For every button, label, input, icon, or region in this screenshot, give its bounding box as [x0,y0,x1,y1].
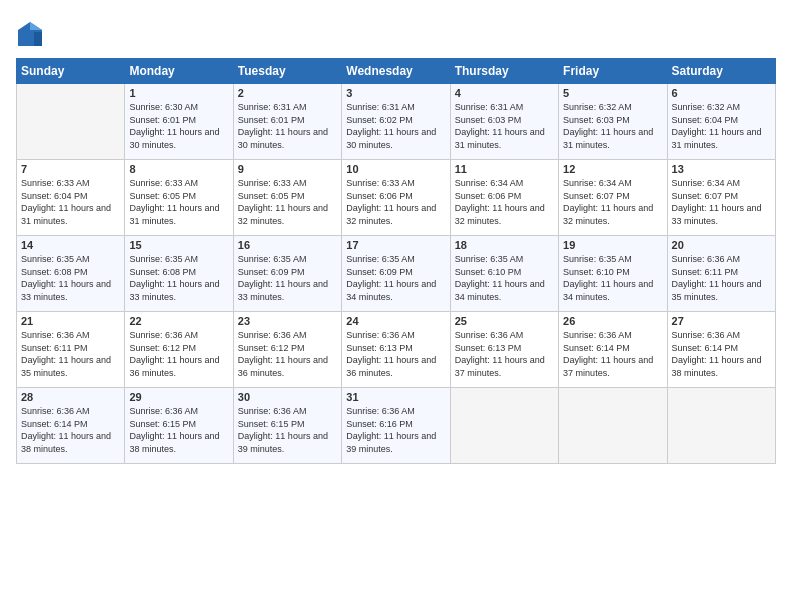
day-number: 21 [21,315,120,327]
day-number: 15 [129,239,228,251]
day-info: Sunrise: 6:35 AMSunset: 6:10 PMDaylight:… [563,254,653,302]
day-info: Sunrise: 6:32 AMSunset: 6:03 PMDaylight:… [563,102,653,150]
day-info: Sunrise: 6:36 AMSunset: 6:15 PMDaylight:… [238,406,328,454]
day-number: 30 [238,391,337,403]
day-cell [17,84,125,160]
day-info: Sunrise: 6:31 AMSunset: 6:02 PMDaylight:… [346,102,436,150]
header [16,16,776,48]
day-cell [667,388,775,464]
day-info: Sunrise: 6:36 AMSunset: 6:13 PMDaylight:… [455,330,545,378]
day-cell: 8 Sunrise: 6:33 AMSunset: 6:05 PMDayligh… [125,160,233,236]
day-info: Sunrise: 6:36 AMSunset: 6:16 PMDaylight:… [346,406,436,454]
day-info: Sunrise: 6:36 AMSunset: 6:15 PMDaylight:… [129,406,219,454]
day-info: Sunrise: 6:34 AMSunset: 6:06 PMDaylight:… [455,178,545,226]
day-number: 8 [129,163,228,175]
day-cell: 29 Sunrise: 6:36 AMSunset: 6:15 PMDaylig… [125,388,233,464]
day-cell: 12 Sunrise: 6:34 AMSunset: 6:07 PMDaylig… [559,160,667,236]
day-info: Sunrise: 6:35 AMSunset: 6:08 PMDaylight:… [21,254,111,302]
day-cell: 20 Sunrise: 6:36 AMSunset: 6:11 PMDaylig… [667,236,775,312]
day-cell [559,388,667,464]
day-cell: 19 Sunrise: 6:35 AMSunset: 6:10 PMDaylig… [559,236,667,312]
day-cell: 13 Sunrise: 6:34 AMSunset: 6:07 PMDaylig… [667,160,775,236]
day-number: 27 [672,315,771,327]
day-info: Sunrise: 6:36 AMSunset: 6:14 PMDaylight:… [672,330,762,378]
col-header-monday: Monday [125,59,233,84]
logo [16,20,46,48]
day-cell: 9 Sunrise: 6:33 AMSunset: 6:05 PMDayligh… [233,160,341,236]
day-cell: 16 Sunrise: 6:35 AMSunset: 6:09 PMDaylig… [233,236,341,312]
day-info: Sunrise: 6:36 AMSunset: 6:11 PMDaylight:… [672,254,762,302]
week-row-3: 14 Sunrise: 6:35 AMSunset: 6:08 PMDaylig… [17,236,776,312]
day-cell: 26 Sunrise: 6:36 AMSunset: 6:14 PMDaylig… [559,312,667,388]
day-number: 18 [455,239,554,251]
day-number: 7 [21,163,120,175]
day-info: Sunrise: 6:36 AMSunset: 6:14 PMDaylight:… [563,330,653,378]
day-cell: 17 Sunrise: 6:35 AMSunset: 6:09 PMDaylig… [342,236,450,312]
day-info: Sunrise: 6:35 AMSunset: 6:08 PMDaylight:… [129,254,219,302]
day-number: 12 [563,163,662,175]
day-info: Sunrise: 6:31 AMSunset: 6:03 PMDaylight:… [455,102,545,150]
day-cell: 18 Sunrise: 6:35 AMSunset: 6:10 PMDaylig… [450,236,558,312]
day-cell: 1 Sunrise: 6:30 AMSunset: 6:01 PMDayligh… [125,84,233,160]
col-header-friday: Friday [559,59,667,84]
calendar-page: SundayMondayTuesdayWednesdayThursdayFrid… [0,0,792,612]
col-header-saturday: Saturday [667,59,775,84]
day-number: 17 [346,239,445,251]
day-info: Sunrise: 6:32 AMSunset: 6:04 PMDaylight:… [672,102,762,150]
day-info: Sunrise: 6:33 AMSunset: 6:05 PMDaylight:… [129,178,219,226]
day-number: 11 [455,163,554,175]
day-cell: 25 Sunrise: 6:36 AMSunset: 6:13 PMDaylig… [450,312,558,388]
day-number: 29 [129,391,228,403]
day-info: Sunrise: 6:33 AMSunset: 6:05 PMDaylight:… [238,178,328,226]
day-cell: 31 Sunrise: 6:36 AMSunset: 6:16 PMDaylig… [342,388,450,464]
day-info: Sunrise: 6:36 AMSunset: 6:12 PMDaylight:… [238,330,328,378]
day-number: 25 [455,315,554,327]
day-number: 26 [563,315,662,327]
col-header-tuesday: Tuesday [233,59,341,84]
calendar-table: SundayMondayTuesdayWednesdayThursdayFrid… [16,58,776,464]
day-info: Sunrise: 6:33 AMSunset: 6:06 PMDaylight:… [346,178,436,226]
day-info: Sunrise: 6:36 AMSunset: 6:14 PMDaylight:… [21,406,111,454]
day-number: 6 [672,87,771,99]
day-info: Sunrise: 6:31 AMSunset: 6:01 PMDaylight:… [238,102,328,150]
day-cell: 5 Sunrise: 6:32 AMSunset: 6:03 PMDayligh… [559,84,667,160]
day-cell: 3 Sunrise: 6:31 AMSunset: 6:02 PMDayligh… [342,84,450,160]
svg-marker-1 [30,22,42,30]
col-header-sunday: Sunday [17,59,125,84]
day-number: 20 [672,239,771,251]
day-cell: 4 Sunrise: 6:31 AMSunset: 6:03 PMDayligh… [450,84,558,160]
day-info: Sunrise: 6:36 AMSunset: 6:12 PMDaylight:… [129,330,219,378]
day-cell: 21 Sunrise: 6:36 AMSunset: 6:11 PMDaylig… [17,312,125,388]
day-number: 4 [455,87,554,99]
logo-icon [16,20,44,48]
day-cell: 15 Sunrise: 6:35 AMSunset: 6:08 PMDaylig… [125,236,233,312]
day-number: 28 [21,391,120,403]
day-number: 5 [563,87,662,99]
day-number: 3 [346,87,445,99]
day-info: Sunrise: 6:35 AMSunset: 6:10 PMDaylight:… [455,254,545,302]
day-cell: 6 Sunrise: 6:32 AMSunset: 6:04 PMDayligh… [667,84,775,160]
day-number: 14 [21,239,120,251]
day-info: Sunrise: 6:33 AMSunset: 6:04 PMDaylight:… [21,178,111,226]
day-cell: 24 Sunrise: 6:36 AMSunset: 6:13 PMDaylig… [342,312,450,388]
day-cell: 23 Sunrise: 6:36 AMSunset: 6:12 PMDaylig… [233,312,341,388]
day-number: 23 [238,315,337,327]
day-info: Sunrise: 6:36 AMSunset: 6:11 PMDaylight:… [21,330,111,378]
day-info: Sunrise: 6:30 AMSunset: 6:01 PMDaylight:… [129,102,219,150]
day-number: 24 [346,315,445,327]
day-number: 1 [129,87,228,99]
day-number: 31 [346,391,445,403]
day-cell: 22 Sunrise: 6:36 AMSunset: 6:12 PMDaylig… [125,312,233,388]
week-row-4: 21 Sunrise: 6:36 AMSunset: 6:11 PMDaylig… [17,312,776,388]
header-row: SundayMondayTuesdayWednesdayThursdayFrid… [17,59,776,84]
day-cell: 30 Sunrise: 6:36 AMSunset: 6:15 PMDaylig… [233,388,341,464]
day-number: 2 [238,87,337,99]
day-number: 9 [238,163,337,175]
day-number: 13 [672,163,771,175]
day-cell: 2 Sunrise: 6:31 AMSunset: 6:01 PMDayligh… [233,84,341,160]
week-row-5: 28 Sunrise: 6:36 AMSunset: 6:14 PMDaylig… [17,388,776,464]
day-number: 22 [129,315,228,327]
day-cell: 7 Sunrise: 6:33 AMSunset: 6:04 PMDayligh… [17,160,125,236]
col-header-wednesday: Wednesday [342,59,450,84]
week-row-2: 7 Sunrise: 6:33 AMSunset: 6:04 PMDayligh… [17,160,776,236]
